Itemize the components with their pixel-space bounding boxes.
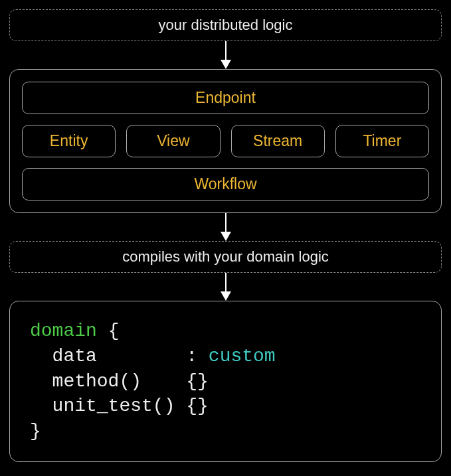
code-data-colon: : — [186, 346, 209, 366]
arrow-down-icon — [225, 213, 226, 241]
code-brace-close: } — [30, 419, 421, 444]
code-keyword-domain: domain — [30, 321, 97, 341]
component-endpoint: Endpoint — [22, 82, 429, 114]
component-timer-label: Timer — [363, 132, 401, 149]
component-workflow-label: Workflow — [194, 175, 256, 193]
component-entity: Entity — [22, 125, 116, 157]
component-view-label: View — [157, 132, 189, 149]
code-line-unit-test: unit_test() {} — [30, 394, 421, 419]
component-endpoint-label: Endpoint — [195, 89, 256, 106]
compiles-box: compiles with your domain logic — [9, 241, 442, 273]
code-block: domain { data : custom method() {} unit_… — [9, 301, 442, 462]
code-type-custom: custom — [209, 346, 276, 366]
code-data-left: data — [30, 346, 186, 366]
code-line-method: method() {} — [30, 369, 421, 394]
compiles-label: compiles with your domain logic — [122, 248, 329, 265]
distributed-logic-box: your distributed logic — [9, 9, 442, 41]
arrow-down-icon — [225, 41, 226, 69]
component-view: View — [126, 125, 220, 157]
arrow-down-icon — [225, 273, 226, 301]
components-container: Endpoint Entity View Stream Timer Workfl… — [9, 69, 442, 213]
component-stream-label: Stream — [253, 132, 302, 149]
distributed-logic-label: your distributed logic — [159, 17, 293, 33]
component-timer: Timer — [335, 125, 429, 157]
component-workflow: Workflow — [22, 168, 429, 200]
code-brace-open: { — [97, 321, 120, 341]
component-stream: Stream — [231, 125, 325, 157]
component-entity-label: Entity — [50, 132, 88, 149]
